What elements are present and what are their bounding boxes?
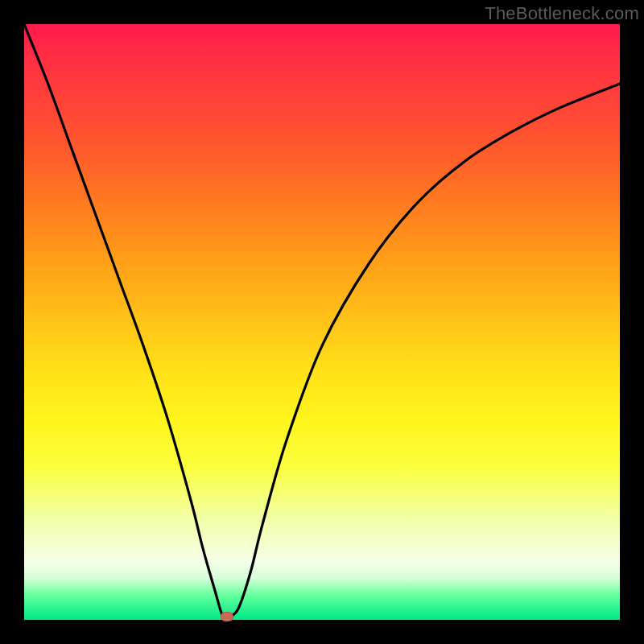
chart-plot-area: [24, 24, 620, 620]
watermark-text: TheBottleneck.com: [485, 3, 639, 24]
chart-frame: TheBottleneck.com: [0, 0, 644, 644]
optimal-point-marker: [221, 612, 233, 621]
